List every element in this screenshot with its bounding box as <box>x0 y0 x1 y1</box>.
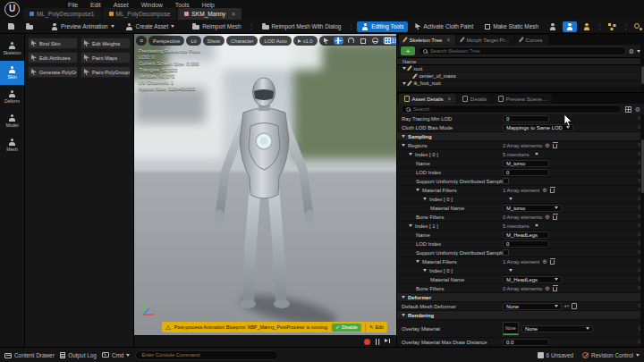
record-button[interactable] <box>364 339 370 345</box>
close-tab-icon[interactable]: × <box>446 37 450 43</box>
value-dropdown[interactable]: M_torso <box>503 205 562 212</box>
unreal-logo-icon[interactable]: U <box>4 2 20 17</box>
menu-tools[interactable]: Tools <box>175 2 190 8</box>
value-input[interactable]: M_torso <box>503 160 549 167</box>
rail-item-mesh[interactable]: Mesh <box>0 133 24 157</box>
scale-tool-button[interactable] <box>359 37 368 45</box>
expand-caret-icon[interactable] <box>402 82 406 85</box>
details-scrollbar[interactable] <box>640 114 644 347</box>
asset-tab-ml-polydecompose[interactable]: ML_PolyDecompose <box>103 8 177 20</box>
unsaved-button[interactable]: 6 Unsaved <box>538 351 574 358</box>
rail-item-model[interactable]: Model <box>0 109 24 133</box>
menu-file[interactable]: File <box>68 2 78 8</box>
menu-asset[interactable]: Asset <box>114 2 129 8</box>
preview-animation-button[interactable]: Preview Animation <box>47 21 119 32</box>
menu-edit[interactable]: Edit <box>90 2 101 8</box>
rail-item-skin[interactable]: Skin <box>0 61 24 85</box>
step-forward-button[interactable] <box>385 339 391 345</box>
manny-character-mesh[interactable] <box>204 77 325 320</box>
animation-timeline-bar[interactable] <box>134 335 396 347</box>
reimport-mesh-button[interactable]: Reimport Mesh <box>188 21 245 32</box>
expand-caret-icon[interactable] <box>402 144 405 147</box>
value-input[interactable]: M_HeadLegs <box>503 232 549 239</box>
skeleton-tab-morph-target-pr[interactable]: Morph Target Pr... <box>456 35 514 45</box>
mode-mesh-button[interactable] <box>563 21 577 32</box>
make-static-mesh-button[interactable]: Make Static Mesh <box>480 21 543 32</box>
close-tab-icon[interactable]: × <box>232 11 235 17</box>
checkbox[interactable] <box>503 249 509 256</box>
section-sampling[interactable]: Sampling <box>397 132 644 141</box>
output-log-button[interactable]: Output Log <box>60 352 97 358</box>
details-settings-gear-icon[interactable]: ⚙ <box>635 106 640 113</box>
details-tab-details[interactable]: Details <box>457 94 492 104</box>
world-space-toggle-button[interactable] <box>370 37 380 45</box>
mode-animation-button[interactable] <box>580 21 594 32</box>
tree-settings-gear-icon[interactable]: ⚙ <box>629 48 634 55</box>
rail-item-deform[interactable]: Deform <box>0 85 24 109</box>
details-view-options-icon[interactable] <box>625 106 631 113</box>
mode-skeleton-button[interactable] <box>546 21 560 32</box>
details-tab-preview-scene[interactable]: Preview Scene... <box>493 94 552 104</box>
tree-row-root[interactable]: root <box>397 65 644 72</box>
viewport-scene[interactable]: ≡PerspectiveLitShowCharacterLOD Autox1.0… <box>134 34 396 335</box>
tree-row-ik-foot-root[interactable]: ik_foot_root <box>397 80 644 88</box>
playback-speed-button[interactable]: x1.0 <box>293 36 318 46</box>
expand-caret-icon[interactable] <box>423 269 427 272</box>
viewport-lod-auto-dropdown[interactable]: LOD Auto <box>259 36 291 46</box>
skeleton-tab-curves[interactable]: Curves <box>515 35 547 45</box>
expand-caret-icon[interactable] <box>423 198 427 200</box>
viewport-lit-dropdown[interactable]: Lit <box>186 36 200 46</box>
save-button[interactable] <box>4 21 19 32</box>
asset-dropdown[interactable]: None <box>503 303 562 310</box>
asset-tab-ml-polydecompose1[interactable]: ML_PolyDecompose1 <box>23 8 101 20</box>
skeleton-tree-search-input[interactable] <box>430 48 621 54</box>
pause-button[interactable] <box>375 339 380 345</box>
value-input[interactable]: 0 <box>503 240 549 248</box>
caret-down-icon[interactable] <box>535 153 538 156</box>
checkbox[interactable] <box>503 178 509 184</box>
activate-cloth-paint-button[interactable]: Activate Cloth Paint <box>411 21 478 32</box>
cmd-dropdown[interactable]: Cmd <box>102 352 131 358</box>
tool-edit-attributes-button[interactable]: Edit Attributes <box>28 52 78 63</box>
expand-caret-icon[interactable] <box>409 224 412 227</box>
caret-down-icon[interactable] <box>509 198 513 200</box>
details-search[interactable] <box>401 105 622 114</box>
grid-snap-toggle[interactable]: 10 <box>383 37 396 45</box>
skeleton-tab-skeleton-tree[interactable]: Skeleton Tree× <box>399 35 455 45</box>
viewport[interactable]: ≡PerspectiveLitShowCharacterLOD Autox1.0… <box>134 34 396 347</box>
value-input[interactable]: 0.0 <box>503 339 549 346</box>
details-tab-asset-details[interactable]: Asset Details× <box>399 94 456 104</box>
tool-paint-polygroups-button[interactable]: Paint PolyGroups <box>80 66 131 78</box>
browse-button[interactable] <box>21 21 38 32</box>
expand-caret-icon[interactable] <box>416 189 419 191</box>
tool-paint-maps-button[interactable]: Paint Maps <box>80 52 131 63</box>
value-dropdown[interactable]: M_HeadLegs <box>503 276 562 283</box>
tool-edit-weights-button[interactable]: Edit Weights <box>80 38 131 49</box>
material-thumbnail[interactable]: None <box>503 322 519 335</box>
details-search-input[interactable] <box>413 106 616 112</box>
caret-down-icon[interactable] <box>535 224 538 227</box>
expand-caret-icon[interactable] <box>416 260 419 263</box>
menu-help[interactable]: Help <box>202 2 215 8</box>
tree-column-header[interactable]: Name <box>397 57 644 65</box>
add-bone-button[interactable]: + <box>401 46 415 55</box>
select-tool-button[interactable] <box>322 37 331 45</box>
skeleton-tree-scrollbar[interactable] <box>640 45 644 92</box>
material-dropdown[interactable]: None <box>521 325 593 333</box>
asset-tab-skm-manny[interactable]: SKM_Manny× <box>178 8 242 20</box>
close-tab-icon[interactable]: × <box>448 96 452 102</box>
console-command-field[interactable] <box>135 350 278 360</box>
viewport-character-dropdown[interactable]: Character <box>226 36 258 46</box>
section-deformer[interactable]: Deformer <box>397 293 644 302</box>
viewport-menu-button[interactable]: ≡ <box>136 36 147 46</box>
edit-button[interactable]: ✎ Edit <box>365 324 384 332</box>
editing-tools-button[interactable]: Editing Tools <box>357 21 408 32</box>
viewport-show-dropdown[interactable]: Show <box>203 36 225 46</box>
tool-bind-skin-button[interactable]: Bind Skin <box>28 38 78 49</box>
console-command-input[interactable] <box>141 352 272 358</box>
rail-item-skeleton[interactable]: Skeleton <box>0 37 24 61</box>
value-input[interactable]: 0 <box>503 115 549 122</box>
expand-caret-icon[interactable] <box>402 67 406 70</box>
mode-physics-button[interactable] <box>631 21 644 32</box>
expand-caret-icon[interactable] <box>409 153 412 156</box>
